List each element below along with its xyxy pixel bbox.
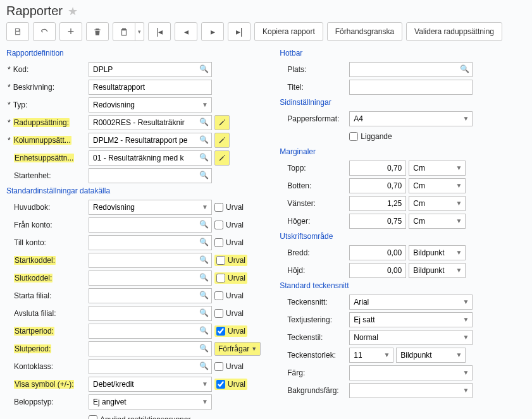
section-rapportdefinition: Rapportdefinition xyxy=(6,49,261,58)
label-startkoddel: Startkoddel: xyxy=(6,256,89,265)
label-kolumnuppsattning: *Kolumnuppsätt... xyxy=(6,136,89,145)
first-icon: |◂ xyxy=(156,27,163,37)
restriktionsgrupper-checkbox[interactable]: Använd restriktionsgrupper xyxy=(89,415,190,419)
enhetsuppsattning-input[interactable] xyxy=(89,150,212,166)
trash-icon xyxy=(93,27,102,36)
favorite-star-icon[interactable]: ★ xyxy=(68,4,78,18)
raduppsattning-edit-button[interactable] xyxy=(214,115,230,130)
next-icon: ▸ xyxy=(211,27,215,37)
section-sidinstallningar: Sidinställningar xyxy=(280,98,526,107)
clipboard-dropdown[interactable]: ▾ xyxy=(135,22,144,41)
last-icon: ▸| xyxy=(236,27,243,37)
avslutafilial-input[interactable] xyxy=(89,306,212,321)
teckenstorlek-unit-select[interactable] xyxy=(396,348,466,363)
tillkonto-urval[interactable]: Urval xyxy=(214,238,244,247)
botten-unit-select[interactable] xyxy=(409,178,466,193)
clipboard-icon xyxy=(120,27,128,36)
label-hojd: Höjd: xyxy=(280,266,349,275)
tillkonto-input[interactable] xyxy=(89,235,212,250)
copy-report-button[interactable]: Kopiera rapport xyxy=(254,22,323,41)
hojd-input[interactable] xyxy=(349,263,406,278)
frankonto-urval[interactable]: Urval xyxy=(214,221,244,229)
topp-input[interactable] xyxy=(349,161,406,176)
kontoklass-input[interactable] xyxy=(89,359,212,374)
beskrivning-input[interactable] xyxy=(89,80,212,95)
pencil-icon xyxy=(218,119,226,126)
kolumnuppsattning-edit-button[interactable] xyxy=(214,133,230,148)
bredd-unit-select[interactable] xyxy=(409,245,466,260)
nav-next-button[interactable]: ▸ xyxy=(201,22,224,41)
kod-input[interactable] xyxy=(89,62,212,77)
nav-prev-button[interactable]: ◂ xyxy=(175,22,197,41)
slutperiod-input[interactable] xyxy=(89,341,212,356)
clipboard-button[interactable] xyxy=(113,22,135,41)
label-farg: Färg: xyxy=(280,368,349,377)
undo-button[interactable] xyxy=(33,22,56,41)
save-icon xyxy=(13,27,22,36)
vanster-unit-select[interactable] xyxy=(409,196,466,211)
section-hotbar: Hotbar xyxy=(280,49,526,58)
startafilial-input[interactable] xyxy=(89,288,212,303)
validate-rowset-button[interactable]: Validera raduppsättning xyxy=(406,22,502,41)
farg-select[interactable] xyxy=(349,365,473,380)
undo-icon xyxy=(40,27,49,36)
label-teckenstil: Teckenstil: xyxy=(280,333,349,342)
startperiod-input[interactable] xyxy=(89,324,212,339)
label-topp: Topp: xyxy=(280,164,349,173)
teckenstorlek-select[interactable] xyxy=(349,348,393,363)
save-button[interactable] xyxy=(6,22,29,41)
liggande-checkbox[interactable]: Liggande xyxy=(349,132,392,141)
label-beloppstyp: Beloppstyp: xyxy=(6,398,89,406)
plus-icon: + xyxy=(68,25,75,39)
kontoklass-urval[interactable]: Urval xyxy=(214,362,244,371)
plats-input[interactable] xyxy=(349,62,473,77)
label-vanster: Vänster: xyxy=(280,199,349,208)
prev-icon: ◂ xyxy=(184,27,189,37)
preview-button[interactable]: Förhandsgranska xyxy=(327,22,402,41)
teckenstil-select[interactable] xyxy=(349,330,473,345)
teckensnitt-select[interactable] xyxy=(349,295,473,310)
avslutafilial-urval[interactable]: Urval xyxy=(214,309,244,318)
startafilial-urval[interactable]: Urval xyxy=(214,291,244,300)
visasymbol-select[interactable] xyxy=(89,377,212,392)
huvudbok-select[interactable] xyxy=(89,200,212,215)
bredd-input[interactable] xyxy=(349,245,406,260)
label-enhetsuppsattning: Enhetsuppsättn... xyxy=(6,154,89,162)
frankonto-input[interactable] xyxy=(89,217,212,233)
slutkoddel-urval[interactable]: Urval xyxy=(214,272,247,284)
slutkoddel-input[interactable] xyxy=(89,270,212,286)
kolumnuppsattning-input[interactable] xyxy=(89,133,212,148)
enhetsuppsattning-edit-button[interactable] xyxy=(214,150,230,166)
titel-input[interactable] xyxy=(349,80,473,95)
startkoddel-urval[interactable]: Urval xyxy=(214,255,247,266)
label-startperiod: Startperiod: xyxy=(6,327,89,336)
label-huvudbok: Huvudbok: xyxy=(6,203,89,212)
hoger-input[interactable] xyxy=(349,214,406,229)
huvudbok-urval[interactable]: Urval xyxy=(214,203,244,212)
hojd-unit-select[interactable] xyxy=(409,263,466,278)
pappersformat-select[interactable] xyxy=(349,111,473,126)
nav-last-button[interactable]: ▸| xyxy=(228,22,251,41)
raduppsattning-input[interactable] xyxy=(89,115,212,130)
label-hoger: Höger: xyxy=(280,217,349,226)
slutperiod-forfragar-dropdown[interactable]: Förfrågar▼ xyxy=(214,342,261,356)
beloppstyp-select[interactable] xyxy=(89,394,212,410)
startperiod-urval[interactable]: Urval xyxy=(214,325,247,337)
topp-unit-select[interactable] xyxy=(409,161,466,176)
section-standard-datakalla: Standardinställningar datakälla xyxy=(6,186,261,195)
typ-select[interactable] xyxy=(89,97,212,112)
nav-first-button[interactable]: |◂ xyxy=(148,22,171,41)
textjustering-select[interactable] xyxy=(349,312,473,327)
section-utskriftsomrade: Utskriftsområde xyxy=(280,232,526,241)
hoger-unit-select[interactable] xyxy=(409,214,466,229)
startenhet-input[interactable] xyxy=(89,168,212,183)
add-button[interactable]: + xyxy=(59,22,82,41)
botten-input[interactable] xyxy=(349,178,406,193)
label-plats: Plats: xyxy=(280,65,349,74)
label-bredd: Bredd: xyxy=(280,248,349,257)
delete-button[interactable] xyxy=(86,22,109,41)
bakgrundsfarg-select[interactable] xyxy=(349,383,473,398)
vanster-input[interactable] xyxy=(349,196,406,211)
visasymbol-urval[interactable]: Urval xyxy=(214,379,247,390)
startkoddel-input[interactable] xyxy=(89,253,212,268)
